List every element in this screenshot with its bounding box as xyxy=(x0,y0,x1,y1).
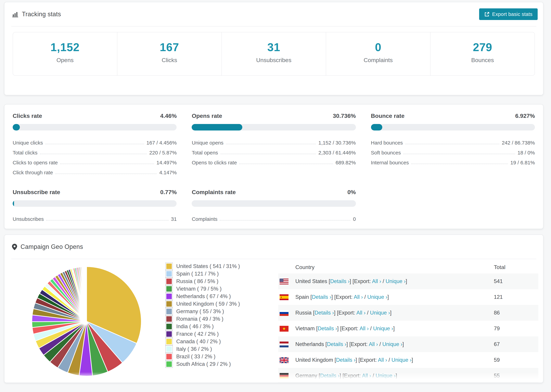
legend-swatch xyxy=(165,308,173,315)
country-cell: Spain [Details ›] [Export: All › / Uniqu… xyxy=(289,294,494,300)
legend-swatch xyxy=(165,285,173,293)
rate-value: 0.77% xyxy=(160,189,177,196)
dotted-leader xyxy=(220,220,351,220)
rate-row: Click through rate 4.147% xyxy=(13,165,177,175)
flag-vn-icon xyxy=(280,326,289,331)
rate-value: 6.927% xyxy=(515,113,535,119)
rate-title: Complaints rate xyxy=(192,189,236,196)
rate-title: Opens rate xyxy=(192,113,222,119)
progress-bar-track xyxy=(192,200,356,207)
details-link[interactable]: Details › xyxy=(312,294,332,300)
rate-row-value: 19 / 6.81% xyxy=(510,160,535,165)
legend-item[interactable]: Vietnam ( 79 / 5% ) xyxy=(165,285,258,293)
legend-swatch xyxy=(165,300,173,308)
header-divider xyxy=(11,26,536,27)
stat-value: 0 xyxy=(326,41,430,54)
export-basic-stats-button[interactable]: Export basic stats xyxy=(479,8,538,20)
legend-label: India ( 46 / 3% ) xyxy=(176,323,214,329)
rate-row-label: Internal bounces xyxy=(371,160,409,165)
export-all-link[interactable]: All › xyxy=(369,341,378,347)
legend-item[interactable]: Germany ( 55 / 3% ) xyxy=(165,308,258,315)
legend-swatch xyxy=(165,338,173,345)
rate-row-label: Hard bounces xyxy=(371,140,403,146)
geo-table-header: Country Total xyxy=(278,261,538,273)
flag-ru-icon xyxy=(280,310,289,316)
summary-stat: 31 Unsubscribes xyxy=(222,32,326,75)
legend-label: Italy ( 36 / 2% ) xyxy=(176,346,212,352)
rate-row: Unique clicks 167 / 4.456% xyxy=(13,136,177,146)
bar-chart-icon xyxy=(12,11,19,17)
legend-item[interactable]: Canada ( 40 / 2% ) xyxy=(165,338,258,345)
export-unique-link[interactable]: Unique › xyxy=(391,357,411,363)
flag-es-icon xyxy=(280,294,289,300)
details-link[interactable]: Details › xyxy=(315,310,334,315)
export-unique-link[interactable]: Unique › xyxy=(367,294,387,300)
export-unique-link[interactable]: Unique › xyxy=(373,325,393,331)
dotted-leader xyxy=(220,154,316,154)
rate-value: 4.46% xyxy=(160,113,177,119)
rate-row-label: Opens to clicks rate xyxy=(192,160,237,165)
country-name: Russia xyxy=(295,310,312,315)
rate-row-label: Total opens xyxy=(192,150,218,155)
legend-label: Germany ( 55 / 3% ) xyxy=(176,308,224,315)
flag-us-icon xyxy=(280,279,289,284)
country-name: United Kingdom xyxy=(295,357,333,363)
legend-item[interactable]: South Africa ( 29 / 2% ) xyxy=(165,360,258,368)
export-all-link[interactable]: All › xyxy=(372,278,381,284)
details-link[interactable]: Details › xyxy=(327,341,346,347)
country-name: Netherlands xyxy=(295,341,324,347)
details-link[interactable]: Details › xyxy=(320,373,340,378)
stat-value: 279 xyxy=(431,41,535,54)
export-unique-link[interactable]: Unique › xyxy=(386,278,406,284)
country-cell: United States [Details ›] [Export: All ›… xyxy=(289,278,494,284)
export-button-label: Export basic stats xyxy=(492,11,532,17)
legend-item[interactable]: Netherlands ( 67 / 4% ) xyxy=(165,293,258,300)
legend-label: Romania ( 49 / 3% ) xyxy=(176,316,224,322)
geo-title: Campaign Geo Opens xyxy=(12,243,83,250)
export-all-link[interactable]: All › xyxy=(362,373,371,378)
legend-label: Russia ( 86 / 5% ) xyxy=(176,278,218,284)
table-row: Spain [Details ›] [Export: All › / Uniqu… xyxy=(278,289,538,305)
table-row: United Kingdom [Details ›] [Export: All … xyxy=(278,352,538,368)
legend-label: United Kingdom ( 59 / 3% ) xyxy=(176,301,240,307)
legend-label: United States ( 541 / 31% ) xyxy=(176,263,240,269)
country-name: United States xyxy=(295,278,327,284)
legend-item[interactable]: France ( 42 / 2% ) xyxy=(165,330,258,338)
legend-swatch xyxy=(165,360,173,368)
legend-item[interactable]: Brazil ( 33 / 2% ) xyxy=(165,353,258,360)
export-unique-link[interactable]: Unique › xyxy=(370,310,390,315)
rate-block-opens: Opens rate 30.736% Unique opens 1,152 / … xyxy=(192,113,356,175)
legend-item[interactable]: Italy ( 36 / 2% ) xyxy=(165,345,258,353)
export-all-link[interactable]: All › xyxy=(356,310,366,315)
export-unique-link[interactable]: Unique › xyxy=(382,341,402,347)
legend-item[interactable]: United Kingdom ( 59 / 3% ) xyxy=(165,300,258,308)
legend-label: France ( 42 / 2% ) xyxy=(176,331,219,337)
legend-swatch xyxy=(165,278,173,285)
legend-item[interactable]: Russia ( 86 / 5% ) xyxy=(165,278,258,285)
rate-row-value: 167 / 4.456% xyxy=(147,140,177,146)
country-cell: Netherlands [Details ›] [Export: All › /… xyxy=(289,341,494,347)
dotted-leader xyxy=(405,144,499,144)
country-name: Spain xyxy=(295,294,309,300)
rate-row-label: Unique clicks xyxy=(13,140,43,146)
legend-item[interactable]: Spain ( 121 / 7% ) xyxy=(165,270,258,278)
export-all-link[interactable]: All › xyxy=(360,325,369,331)
export-all-link[interactable]: All › xyxy=(378,357,387,363)
rate-row-value: 4.147% xyxy=(159,169,177,175)
export-unique-link[interactable]: Unique › xyxy=(376,373,396,378)
progress-bar-fill xyxy=(13,124,20,131)
rate-row-value: 2,303 / 61.446% xyxy=(318,150,356,155)
country-cell: United Kingdom [Details ›] [Export: All … xyxy=(289,357,494,363)
legend-item[interactable]: India ( 46 / 3% ) xyxy=(165,323,258,330)
details-link[interactable]: Details › xyxy=(336,357,356,363)
summary-stat: 1,152 Opens xyxy=(13,32,117,75)
legend-item[interactable]: United States ( 541 / 31% ) xyxy=(165,263,258,270)
details-link[interactable]: Details › xyxy=(330,278,350,284)
rate-row: Opens to clicks rate 689.82% xyxy=(192,155,356,165)
tracking-stats-card: Tracking stats Export basic stats 1,152 … xyxy=(4,2,544,95)
export-all-link[interactable]: All › xyxy=(354,294,363,300)
dotted-leader xyxy=(60,164,154,164)
legend-swatch xyxy=(165,270,173,278)
details-link[interactable]: Details › xyxy=(318,325,337,331)
legend-item[interactable]: Romania ( 49 / 3% ) xyxy=(165,315,258,323)
